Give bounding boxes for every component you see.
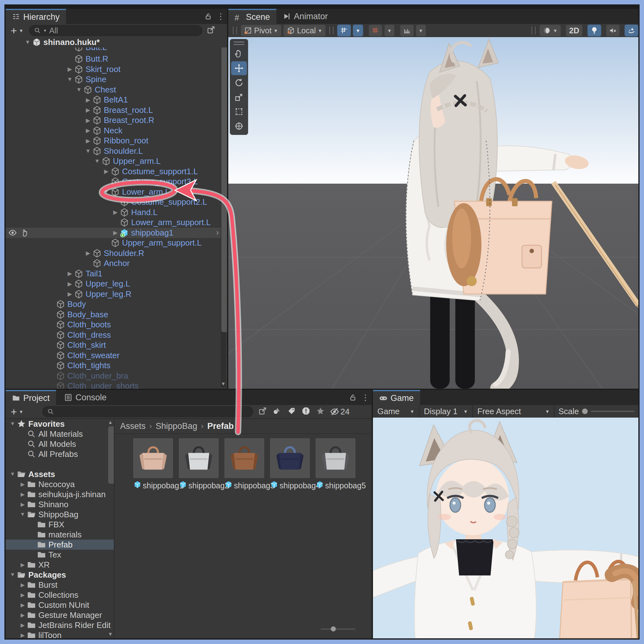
scene-lighting-toggle[interactable] (587, 25, 601, 36)
asset-tile-shippobag3[interactable]: shippobag3 (225, 438, 265, 491)
project-tree-item-collections[interactable]: ▶Collections (6, 590, 114, 600)
grid-visibility-toggle[interactable] (369, 25, 382, 36)
tab-hierarchy[interactable]: Hierarchy (6, 9, 66, 24)
project-lock-icon[interactable] (347, 390, 359, 405)
expander-icon[interactable]: ▼ (8, 421, 17, 427)
hierarchy-item-cloth-under-bra[interactable]: Cloth_under_bra (6, 371, 227, 381)
project-tree-item-fbx[interactable]: FBX (6, 519, 114, 530)
tool-strip-handle[interactable] (234, 42, 244, 45)
pivot-mode-dropdown[interactable]: Pivot ▼ (241, 25, 281, 36)
project-tree-item-gesture-manager[interactable]: ▶Gesture Manager (6, 610, 114, 620)
expander-icon[interactable]: ▶ (84, 117, 92, 124)
expander-icon[interactable]: ▶ (65, 66, 74, 73)
project-tree-item-seihukuja-ji-shinan[interactable]: ▶seihukuja-ji.shinan (6, 489, 114, 499)
tab-project[interactable]: Project (6, 390, 56, 405)
hierarchy-item-cloth-dress[interactable]: Cloth_dress (6, 330, 227, 340)
expander-icon[interactable]: ▶ (18, 582, 27, 588)
hierarchy-item-cloth-boots[interactable]: Cloth_boots (6, 320, 227, 330)
alert-filter-icon[interactable] (302, 407, 310, 417)
asset-thumbnail[interactable] (179, 438, 219, 478)
tab-console[interactable]: Console (58, 390, 113, 405)
hierarchy-item-breast-root-l[interactable]: ▶Breast_root.L (6, 105, 227, 115)
expander-icon[interactable]: ▶ (111, 229, 120, 236)
rotate-tool[interactable] (231, 76, 247, 90)
expander-icon[interactable]: ▶ (84, 137, 92, 144)
hierarchy-add-caret[interactable]: ▼ (19, 28, 24, 33)
expander-icon[interactable]: ▶ (111, 209, 120, 216)
expander-icon[interactable]: ▼ (84, 148, 92, 154)
expander-icon[interactable]: ▶ (84, 127, 92, 134)
tab-game[interactable]: Game (373, 390, 420, 405)
project-tree-item-xr[interactable]: ▶XR (6, 560, 114, 570)
hierarchy-item-costume-support1-l[interactable]: ▶Costume_support1.L (6, 166, 227, 177)
project-tree-item-materials[interactable]: materials (6, 530, 114, 540)
expander-icon[interactable]: ▼ (18, 511, 27, 518)
pickability-icon[interactable] (20, 228, 29, 237)
project-tree-item-prefab[interactable]: Prefab (6, 540, 114, 550)
shading-mode-dropdown[interactable]: ▼ (539, 25, 561, 36)
hierarchy-item-body[interactable]: Body (6, 299, 227, 310)
project-tree-item-custom-nunit[interactable]: ▶Custom NUnit (6, 600, 114, 610)
favorites-filter-icon[interactable] (316, 407, 325, 417)
expander-icon[interactable]: ▶ (18, 602, 27, 608)
prefab-open-chevron[interactable]: › (216, 228, 219, 237)
project-tree-item-all-prefabs[interactable]: All Prefabs (6, 449, 114, 459)
2d-mode-toggle[interactable]: 2D (566, 25, 583, 36)
project-add-button[interactable]: + (9, 407, 19, 416)
project-tree-item-all-materials[interactable]: All Materials (6, 429, 114, 439)
project-search-input[interactable] (42, 406, 253, 417)
project-add-caret[interactable]: ▼ (19, 409, 24, 414)
hierarchy-item-tail1[interactable]: ▶Tail1 (6, 269, 227, 279)
asset-thumbnail[interactable] (225, 438, 264, 478)
display-dropdown[interactable]: Display 1▼ (419, 405, 473, 418)
hierarchy-item-spine[interactable]: ▼Spine (6, 75, 227, 85)
scene-effects-toggle[interactable] (625, 25, 638, 36)
hierarchy-item-scene-root[interactable]: ▼ shinano.huku* (6, 37, 227, 47)
hierarchy-item-cloth-skirt[interactable]: Cloth_skirt (6, 340, 227, 351)
project-popout-icon[interactable] (258, 407, 267, 417)
project-tree-item-shippobag[interactable]: ▼ShippoBag (6, 509, 114, 519)
hierarchy-item-shippobag1[interactable]: ▶shippobag1› (6, 228, 227, 238)
measure-tool-button[interactable] (400, 25, 414, 36)
breadcrumb-shippobag[interactable]: ShippoBag (156, 421, 197, 431)
project-tree-item-jetbrains-rider-edit[interactable]: ▶JetBrains Rider Edit (6, 620, 114, 630)
expander-icon[interactable]: ▶ (18, 562, 27, 568)
asset-tile-shippobag1[interactable]: shippobag1 (133, 438, 174, 491)
expander-icon[interactable]: ▶ (65, 270, 74, 277)
filter-type-icon[interactable] (273, 407, 281, 417)
expander-icon[interactable]: ▶ (65, 291, 74, 297)
hierarchy-item-butt-l[interactable]: Butt.L (6, 47, 227, 54)
project-tree-item-packages[interactable]: ▼Packages (6, 570, 114, 580)
scroll-down-icon[interactable]: ▼ (108, 631, 113, 637)
project-tree-item-all-models[interactable]: All Models (6, 439, 114, 449)
asset-thumbnail[interactable] (133, 438, 173, 478)
expander-icon[interactable]: ▼ (93, 158, 102, 164)
hierarchy-item-costume-support2-l[interactable]: Costume_support2.L (6, 197, 227, 208)
hierarchy-item-cloth-tights[interactable]: Cloth_tights (6, 361, 227, 371)
grid-snap-caret[interactable]: ▼ (353, 25, 363, 36)
local-mode-dropdown[interactable]: Local ▼ (283, 25, 326, 36)
expander-icon[interactable]: ▼ (65, 76, 74, 83)
game-viewport[interactable] (373, 418, 638, 638)
expander-icon[interactable]: ▶ (18, 491, 27, 498)
expander-icon[interactable]: ▶ (84, 97, 92, 103)
project-menu-icon[interactable]: ⋮ (359, 390, 372, 405)
project-tree-item-shinano[interactable]: ▶Shinano (6, 499, 114, 509)
expander-icon[interactable]: ▶ (18, 632, 27, 639)
project-tree-scrollbar[interactable]: ▲ ▼ (108, 419, 113, 637)
hand-tool[interactable] (231, 47, 247, 61)
measure-tool-caret[interactable]: ▼ (416, 25, 426, 36)
asset-zoom-slider[interactable] (321, 626, 355, 632)
scroll-down-icon[interactable]: ▼ (221, 381, 226, 387)
project-tree-item-tex[interactable]: Tex (6, 550, 114, 560)
project-tree-item-favorites[interactable]: ▼Favorites (6, 419, 114, 429)
hierarchy-item-belta1[interactable]: ▶BeltA1 (6, 95, 227, 105)
breadcrumb-assets[interactable]: Assets (120, 421, 146, 431)
hierarchy-popout-icon[interactable] (207, 25, 215, 36)
expander-icon[interactable]: ▶ (18, 612, 27, 619)
expander-icon[interactable]: ▶ (18, 622, 27, 629)
hierarchy-lock-icon[interactable] (202, 9, 214, 24)
grid-snap-toggle[interactable] (337, 25, 351, 36)
hidden-count-toggle[interactable]: 24 (330, 407, 350, 417)
hierarchy-item-cloth-sweater[interactable]: Cloth_sweater (6, 350, 227, 361)
